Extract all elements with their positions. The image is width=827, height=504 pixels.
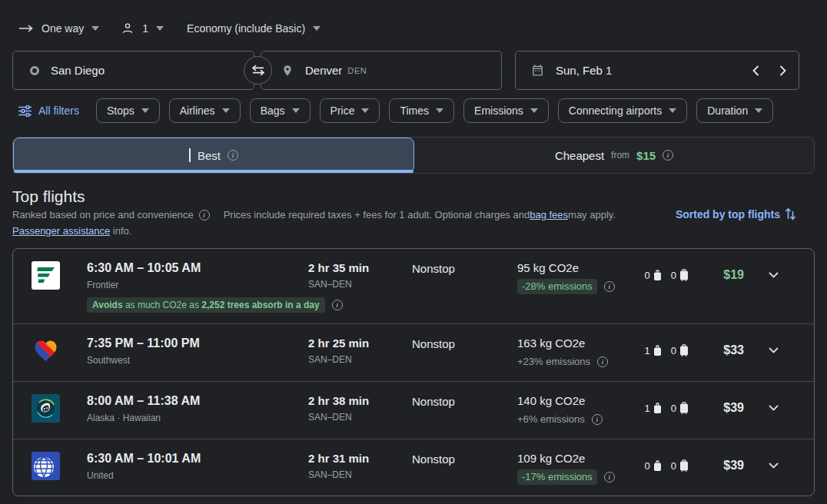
- flight-times: 6:30 AM – 10:01 AM: [87, 450, 201, 467]
- filter-chip-airlines[interactable]: Airlines: [169, 98, 241, 123]
- passenger-count: 1: [142, 22, 148, 35]
- flight-duration: 2 hr 35 min: [308, 260, 369, 276]
- flight-price: $19: [704, 268, 744, 282]
- trip-type-label: One way: [42, 22, 84, 35]
- info-icon[interactable]: i: [228, 150, 238, 161]
- filter-chip-bags[interactable]: Bags: [250, 98, 311, 123]
- chevron-right-icon: [779, 65, 786, 76]
- price-column: 0 0 $19: [645, 268, 779, 282]
- person-icon: [121, 22, 135, 35]
- flight-stops: Nonstop: [412, 262, 455, 275]
- airline-name: Alaska · Hawaiian: [87, 411, 200, 425]
- carry-on-bag-icon: [653, 270, 662, 281]
- expand-flight-button[interactable]: [769, 272, 779, 278]
- info-icon[interactable]: i: [199, 210, 210, 220]
- eco-badge-middle: as much CO2e as: [123, 300, 202, 310]
- chevron-down-icon: [361, 108, 369, 113]
- cabin-class-label: Economy (include Basic): [187, 22, 305, 35]
- results-tabs: Best i Cheapest from $15 i: [12, 137, 815, 174]
- eco-badge-line: Avoids as much CO2e as 2,252 trees absor…: [87, 297, 343, 313]
- assistance-line: Passenger assistance info.: [12, 225, 131, 237]
- chip-label: Emissions: [474, 104, 523, 117]
- expand-flight-button[interactable]: [769, 463, 779, 469]
- flight-row-southwest[interactable]: 7:35 PM – 11:00 PM Southwest 2 hr 25 min…: [13, 323, 814, 381]
- flight-row-united[interactable]: 6:30 AM – 10:01 AM United 2 hr 31 min SA…: [13, 439, 814, 496]
- chip-label: Airlines: [180, 104, 215, 117]
- best-tab-label: Best: [198, 149, 221, 162]
- chevron-down-icon: [436, 108, 443, 113]
- date-value: Sun, Feb 1: [556, 64, 612, 77]
- flight-row-frontier[interactable]: 6:30 AM – 10:05 AM Frontier Avoids as mu…: [13, 249, 814, 323]
- origin-input[interactable]: San Diego: [12, 51, 254, 90]
- sort-by-button[interactable]: Sorted by top flights: [676, 207, 796, 220]
- chip-label: Stops: [107, 104, 135, 117]
- cabin-class-dropdown[interactable]: Economy (include Basic): [187, 22, 321, 35]
- info-icon[interactable]: i: [663, 150, 673, 161]
- origin-circle-icon: [30, 66, 39, 75]
- bag-fees-link[interactable]: bag fees: [530, 209, 568, 220]
- checked-bag-count: 0: [671, 270, 676, 281]
- passengers-dropdown[interactable]: 1: [121, 22, 164, 35]
- sort-label: Sorted by top flights: [676, 208, 780, 220]
- prices-text: Prices include required taxes + fees for…: [224, 209, 530, 220]
- emissions-column: 95 kg CO2e -28% emissionsi: [517, 260, 615, 294]
- flight-stops: Nonstop: [412, 453, 455, 466]
- checked-bag-count: 0: [671, 345, 676, 356]
- hawaiian-logo: [32, 394, 60, 423]
- cheapest-price: $15: [636, 149, 656, 162]
- flight-main-info: 6:30 AM – 10:05 AM Frontier Avoids as mu…: [87, 260, 343, 313]
- info-icon[interactable]: i: [604, 281, 615, 292]
- passenger-assistance-link[interactable]: Passenger assistance: [12, 225, 110, 237]
- origin-value: San Diego: [51, 64, 105, 77]
- flight-duration: 2 hr 25 min: [308, 335, 369, 351]
- info-icon[interactable]: i: [597, 356, 608, 367]
- sort-arrows-icon: [785, 207, 796, 220]
- checked-bag-count: 0: [671, 403, 676, 414]
- emissions-badge: -28% emissions: [517, 279, 597, 294]
- checked-bag-count: 0: [671, 460, 676, 472]
- next-date-button[interactable]: [779, 65, 786, 76]
- chevron-down-icon: [222, 108, 230, 113]
- trip-type-dropdown[interactable]: One way: [18, 22, 99, 35]
- flight-main-info: 8:00 AM – 11:38 AM Alaska · Hawaiian: [87, 393, 200, 425]
- chevron-down-icon: [669, 108, 676, 113]
- airline-name: United: [87, 469, 201, 482]
- chip-label: Price: [330, 104, 355, 117]
- filter-chip-connecting-airports[interactable]: Connecting airports: [558, 98, 687, 123]
- previous-date-button[interactable]: [752, 65, 759, 76]
- date-input[interactable]: Sun, Feb 1: [515, 51, 799, 90]
- chevron-down-icon: [769, 272, 779, 278]
- price-column: 1 0 $33: [645, 343, 779, 357]
- flight-main-info: 7:35 PM – 11:00 PM Southwest: [87, 335, 200, 367]
- filters-bar: All filters Stops Airlines Bags Price Ti…: [18, 98, 773, 123]
- price-column: 0 0 $39: [645, 459, 779, 472]
- trip-options-bar: One way 1 Economy (include Basic): [18, 17, 321, 40]
- flight-main-info: 6:30 AM – 10:01 AM United: [87, 450, 201, 482]
- co2-amount: 140 kg CO2e: [517, 393, 603, 409]
- expand-flight-button[interactable]: [769, 405, 779, 411]
- destination-input[interactable]: Denver DEN: [261, 51, 502, 90]
- info-icon[interactable]: i: [604, 472, 615, 482]
- filter-chip-duration[interactable]: Duration: [696, 98, 773, 123]
- ranked-text: Ranked based on price and convenience: [12, 209, 194, 220]
- filter-chip-times[interactable]: Times: [389, 98, 454, 123]
- chevron-down-icon: [292, 108, 300, 113]
- tab-best[interactable]: Best i: [13, 138, 414, 173]
- filter-chip-emissions[interactable]: Emissions: [463, 98, 549, 123]
- expand-flight-button[interactable]: [769, 347, 779, 353]
- info-icon[interactable]: i: [592, 414, 603, 425]
- all-filters-button[interactable]: All filters: [18, 104, 79, 117]
- flight-price: $39: [704, 459, 744, 472]
- filter-chip-stops[interactable]: Stops: [96, 98, 160, 123]
- eco-badge-strong: 2,252 trees absorb in a day: [201, 300, 319, 310]
- tab-cheapest[interactable]: Cheapest from $15 i: [414, 138, 814, 173]
- swap-arrows-icon: [251, 65, 265, 76]
- filter-chip-price[interactable]: Price: [320, 98, 380, 123]
- airline-name: Frontier: [87, 278, 343, 292]
- emissions-text: +23% emissions: [517, 354, 590, 370]
- duration-column: 2 hr 38 min SAN–DEN: [308, 393, 369, 424]
- swap-locations-button[interactable]: [244, 56, 272, 85]
- chevron-down-icon: [141, 108, 149, 113]
- flight-row-alaska-hawaiian[interactable]: 8:00 AM – 11:38 AM Alaska · Hawaiian 2 h…: [13, 381, 814, 439]
- info-icon[interactable]: i: [332, 300, 343, 310]
